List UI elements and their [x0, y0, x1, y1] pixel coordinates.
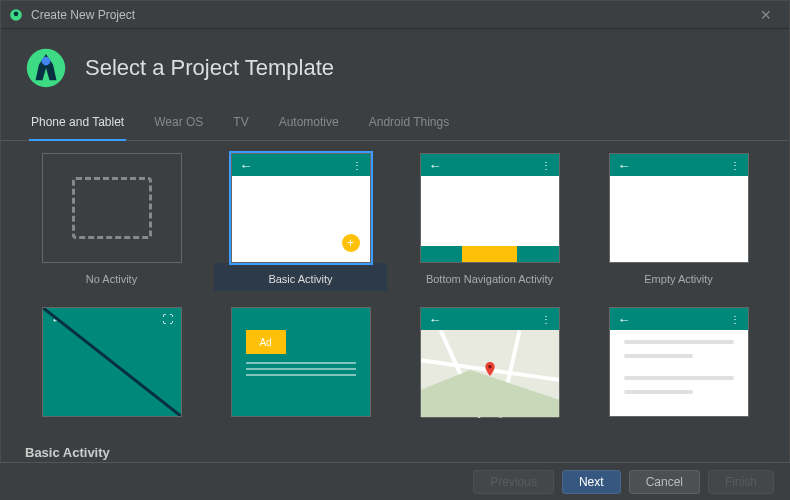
template-basic-activity[interactable]: ←⋮ + Basic Activity	[214, 153, 387, 291]
previous-button[interactable]: Previous	[473, 470, 554, 494]
tab-wear-os[interactable]: Wear OS	[152, 109, 205, 140]
diagonal-line-icon	[43, 308, 181, 416]
more-icon: ⋮	[541, 314, 551, 325]
template-fullscreen-activity[interactable]: ←⛶ Fullscreen Activity	[25, 307, 198, 417]
close-icon[interactable]: ✕	[751, 7, 781, 23]
tabs: Phone and Tablet Wear OS TV Automotive A…	[1, 101, 789, 141]
map-pin-icon	[483, 362, 497, 376]
template-grid: No Activity ←⋮ + Basic Activity ←⋮ Botto…	[1, 141, 789, 433]
description-title: Basic Activity	[25, 445, 765, 460]
tab-tv[interactable]: TV	[231, 109, 250, 140]
titlebar: Create New Project ✕	[1, 1, 789, 29]
template-label: Empty Activity	[644, 263, 712, 291]
svg-point-1	[14, 11, 19, 16]
dashed-box-icon	[72, 177, 152, 239]
next-button[interactable]: Next	[562, 470, 621, 494]
footer: Previous Next Cancel Finish	[0, 462, 790, 500]
template-login-activity[interactable]: ←⋮ Login Activity	[592, 307, 765, 417]
finish-button[interactable]: Finish	[708, 470, 774, 494]
template-no-activity[interactable]: No Activity	[25, 153, 198, 291]
more-icon: ⋮	[541, 160, 551, 171]
cancel-button[interactable]: Cancel	[629, 470, 700, 494]
tab-android-things[interactable]: Android Things	[367, 109, 452, 140]
svg-line-4	[43, 308, 180, 416]
android-studio-icon	[9, 8, 23, 22]
template-bottom-navigation[interactable]: ←⋮ Bottom Navigation Activity	[403, 153, 576, 291]
back-arrow-icon: ←	[240, 158, 253, 173]
header: Select a Project Template	[1, 29, 789, 101]
template-label: Basic Activity	[214, 263, 387, 291]
svg-point-3	[42, 57, 51, 66]
template-label: Bottom Navigation Activity	[426, 263, 553, 291]
back-arrow-icon: ←	[618, 158, 631, 173]
template-google-maps-activity[interactable]: ←⋮ Google Maps Activity	[403, 307, 576, 417]
template-label: No Activity	[86, 263, 137, 291]
template-admob-activity[interactable]: Ad Google AdMob Ads Activity	[214, 307, 387, 417]
android-studio-logo-icon	[25, 47, 67, 89]
ad-badge-icon: Ad	[246, 330, 286, 354]
svg-point-6	[488, 365, 492, 369]
back-arrow-icon: ←	[429, 312, 442, 327]
titlebar-text: Create New Project	[31, 8, 751, 22]
page-title: Select a Project Template	[85, 55, 334, 81]
tab-phone-tablet[interactable]: Phone and Tablet	[29, 109, 126, 141]
more-icon: ⋮	[352, 160, 362, 171]
back-arrow-icon: ←	[429, 158, 442, 173]
fab-icon: +	[342, 234, 360, 252]
tab-automotive[interactable]: Automotive	[277, 109, 341, 140]
more-icon: ⋮	[730, 160, 740, 171]
back-arrow-icon: ←	[618, 312, 631, 327]
more-icon: ⋮	[730, 314, 740, 325]
template-empty-activity[interactable]: ←⋮ Empty Activity	[592, 153, 765, 291]
